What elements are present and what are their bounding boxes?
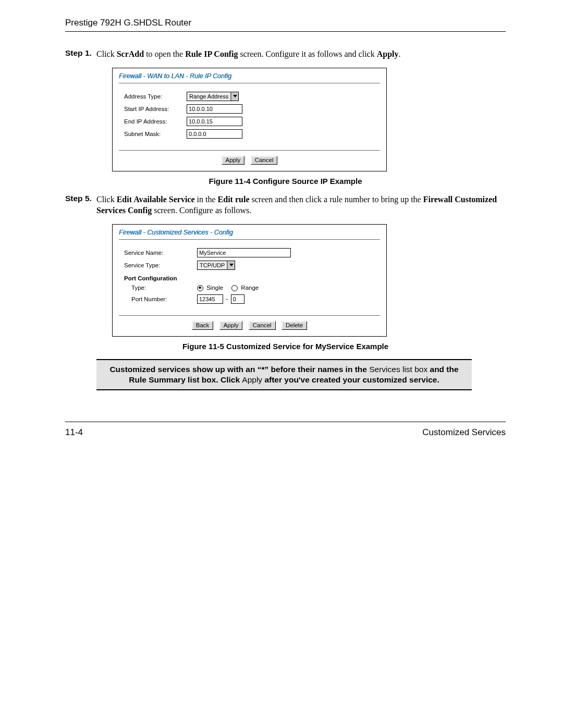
start-ip-input[interactable]: 10.0.0.10 <box>187 104 242 114</box>
t: screen and then click a rule number to b… <box>249 195 423 204</box>
t: Rule IP Config <box>185 50 238 58</box>
cancel-button[interactable]: Cancel <box>251 156 278 165</box>
apply-button[interactable]: Apply <box>219 321 243 330</box>
radio-range[interactable] <box>231 285 238 291</box>
step-5-label: Step 5. <box>65 194 96 216</box>
back-button[interactable]: Back <box>192 321 214 330</box>
port-number-end-input[interactable]: 0 <box>231 294 244 304</box>
page-number: 11-4 <box>65 427 83 438</box>
panel-body: Service Name: MyService Service Type: TC… <box>113 240 386 312</box>
t: Customized services show up with an “*” … <box>109 365 369 374</box>
row-port-number: Port Number: 12345 - 0 <box>124 294 375 304</box>
address-type-select[interactable]: Range Address <box>187 92 239 101</box>
row-service-name: Service Name: MyService <box>124 248 375 257</box>
service-type-value: TCP/UDP <box>198 261 227 269</box>
t: in the <box>195 195 218 204</box>
chevron-down-icon[interactable] <box>231 92 238 101</box>
button-row: Back Apply Cancel Delete <box>113 316 386 336</box>
t: Apply <box>377 50 399 58</box>
row-port-type: Type: Single Range <box>124 285 375 291</box>
t: . <box>399 50 401 58</box>
radio-single[interactable] <box>197 285 203 291</box>
radio-range-label: Range <box>241 285 259 291</box>
t: Services list box <box>369 365 427 374</box>
cancel-button[interactable]: Cancel <box>249 321 276 330</box>
t: Edit Available Service <box>117 195 195 204</box>
note-box: Customized services show up with an “*” … <box>96 359 472 390</box>
radio-single-label: Single <box>206 285 223 291</box>
row-start-ip: Start IP Address: 10.0.0.10 <box>124 104 375 114</box>
button-row: Apply Cancel <box>113 151 386 171</box>
panel-rule-ip-config: Firewall - WAN to LAN - Rule IP Config A… <box>112 68 387 171</box>
port-type-radios: Single Range <box>197 285 259 291</box>
address-type-value: Range Address <box>187 92 231 101</box>
panel-body: Address Type: Range Address Start IP Add… <box>113 83 386 147</box>
end-ip-input[interactable]: 10.0.0.15 <box>187 117 242 126</box>
step-1: Step 1. Click ScrAdd to open the Rule IP… <box>65 48 506 60</box>
subnet-label: Subnet Mask: <box>124 131 187 137</box>
address-type-label: Address Type: <box>124 93 187 100</box>
t: Apply <box>242 375 262 384</box>
delete-button[interactable]: Delete <box>282 321 307 330</box>
t: Click <box>96 50 117 58</box>
row-address-type: Address Type: Range Address <box>124 92 375 101</box>
service-type-select[interactable]: TCP/UDP <box>197 261 235 270</box>
step-5: Step 5. Click Edit Available Service in … <box>65 194 506 216</box>
port-configuration-heading: Port Configuration <box>124 275 375 281</box>
row-end-ip: End IP Address: 10.0.0.15 <box>124 117 375 126</box>
t: after you've created your customized ser… <box>262 375 439 384</box>
port-number-label: Port Number: <box>124 296 197 302</box>
t: to open the <box>144 50 185 58</box>
footer: 11-4 Customized Services <box>65 422 506 438</box>
step-5-text: Click Edit Available Service in the Edit… <box>96 194 506 216</box>
page-header: Prestige 792H G.SHDSL Router <box>65 16 506 32</box>
end-ip-label: End IP Address: <box>124 118 187 125</box>
apply-button[interactable]: Apply <box>222 156 245 165</box>
port-type-label: Type: <box>124 285 197 291</box>
figure-11-4-caption: Figure 11-4 Configure Source IP Example <box>65 177 506 186</box>
t: screen. Configure as follows. <box>152 206 251 215</box>
port-number-inputs: 12345 - 0 <box>197 294 244 304</box>
start-ip-label: Start IP Address: <box>124 106 187 112</box>
panel-title: Firewall - Customized Services - Config <box>113 225 386 239</box>
step-1-text: Click ScrAdd to open the Rule IP Config … <box>96 48 506 60</box>
service-name-label: Service Name: <box>124 250 197 256</box>
chevron-down-icon[interactable] <box>227 261 235 269</box>
panel-customized-services: Firewall - Customized Services - Config … <box>112 224 387 337</box>
figure-11-5-caption: Figure 11-5 Customized Service for MySer… <box>65 342 506 351</box>
panel-title: Firewall - WAN to LAN - Rule IP Config <box>113 68 386 83</box>
t: ScrAdd <box>117 50 144 58</box>
t: screen. Configure it as follows and clic… <box>238 50 377 58</box>
port-separator: - <box>226 295 228 303</box>
t: Edit rule <box>218 195 250 204</box>
step-1-label: Step 1. <box>65 48 96 60</box>
port-number-start-input[interactable]: 12345 <box>197 294 223 304</box>
service-type-label: Service Type: <box>124 262 197 268</box>
service-name-input[interactable]: MyService <box>197 248 291 257</box>
footer-section: Customized Services <box>422 427 506 438</box>
row-subnet: Subnet Mask: 0.0.0.0 <box>124 129 375 139</box>
row-service-type: Service Type: TCP/UDP <box>124 261 375 270</box>
t: Click <box>96 195 117 204</box>
subnet-input[interactable]: 0.0.0.0 <box>187 129 242 139</box>
